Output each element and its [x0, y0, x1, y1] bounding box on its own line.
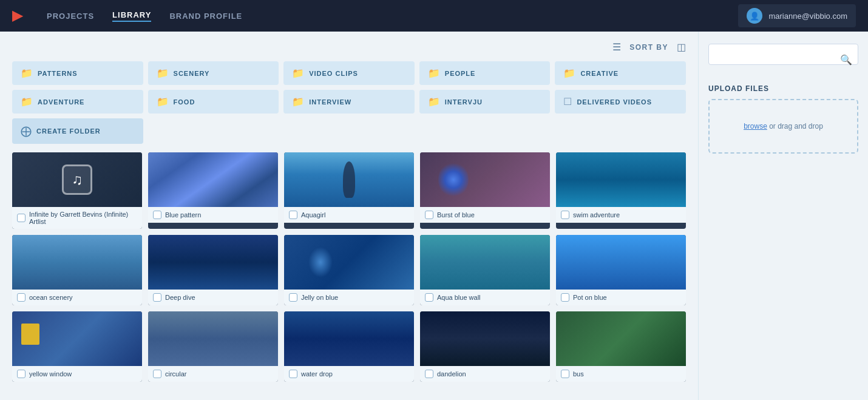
folder-icon: 📁 [157, 96, 169, 107]
media-title: Aquagirl [301, 211, 325, 219]
sort-by-label: SORT BY [629, 43, 668, 52]
main-layout: ☰ SORT BY ◫ 📁 PATTERNS 📁 SCENERY 📁 VIDEO… [0, 32, 868, 400]
folder-label: PATTERNS [38, 70, 78, 77]
media-item[interactable]: swim adventure [556, 152, 686, 229]
folder-icon: 📁 [428, 96, 440, 107]
folder-scenery[interactable]: 📁 SCENERY [148, 61, 279, 85]
folder-label: FOOD [174, 98, 195, 106]
media-item[interactable]: Deep dive [148, 235, 278, 305]
media-checkbox[interactable] [561, 370, 569, 378]
media-title: dandelion [437, 370, 466, 378]
navbar: ▶ PROJECTS LIBRARY BRAND PROFILE 👤 maria… [0, 0, 868, 32]
folder-icon: 📁 [21, 96, 33, 107]
search-input[interactable] [708, 44, 858, 65]
media-item[interactable]: ♫ Infinite by Garrett Bevins (Infinite) … [12, 152, 142, 229]
folder-icon: ☐ [563, 96, 572, 107]
media-item[interactable]: Jelly on blue [284, 235, 414, 305]
user-menu[interactable]: 👤 marianne@vibbio.com [738, 4, 856, 27]
media-item[interactable]: Aqua blue wall [420, 235, 550, 305]
media-checkbox[interactable] [425, 211, 433, 219]
upload-label: UPLOAD FILES [708, 84, 858, 93]
folder-label: INTERVJU [445, 98, 483, 106]
media-checkbox[interactable] [289, 211, 297, 219]
media-item[interactable]: Pot on blue [556, 235, 686, 305]
media-title: Blue pattern [165, 211, 201, 219]
folder-icon: 📁 [157, 67, 169, 79]
media-title: Jelly on blue [301, 294, 338, 301]
music-icon: ♫ [62, 164, 92, 195]
folder-label: VIDEO CLIPS [309, 70, 358, 77]
right-sidebar: 🔍 UPLOAD FILES browse or drag and drop [698, 32, 868, 400]
media-grid: ♫ Infinite by Garrett Bevins (Infinite) … [12, 152, 686, 382]
search-icon[interactable]: 🔍 [840, 53, 852, 65]
nav-library[interactable]: LIBRARY [112, 10, 151, 22]
folder-people[interactable]: 📁 PEOPLE [419, 61, 551, 85]
user-email: marianne@vibbio.com [768, 12, 847, 21]
media-title: ocean scenery [29, 294, 73, 301]
folder-delivered-videos[interactable]: ☐ DELIVERED VIDEOS [555, 90, 686, 114]
folder-patterns[interactable]: 📁 PATTERNS [12, 61, 143, 85]
folders-grid: 📁 PATTERNS 📁 SCENERY 📁 VIDEO CLIPS 📁 PEO… [12, 61, 686, 144]
media-checkbox[interactable] [153, 370, 161, 378]
media-title: water drop [301, 370, 333, 378]
create-folder-button[interactable]: ⨁ CREATE FOLDER [12, 118, 143, 144]
media-checkbox[interactable] [561, 293, 569, 302]
media-item[interactable]: yellow window [12, 311, 142, 382]
media-checkbox[interactable] [561, 211, 569, 219]
media-checkbox[interactable] [17, 293, 25, 302]
media-checkbox[interactable] [425, 370, 433, 378]
media-checkbox[interactable] [153, 211, 161, 219]
upload-zone[interactable]: browse or drag and drop [708, 99, 858, 154]
folder-icon: 📁 [563, 67, 575, 79]
folder-adventure[interactable]: 📁 ADVENTURE [12, 90, 143, 114]
media-item[interactable]: water drop [284, 311, 414, 382]
sort-bar: ☰ SORT BY ◫ [12, 41, 686, 53]
grid-view-icon[interactable]: ◫ [677, 41, 686, 53]
media-checkbox[interactable] [153, 293, 161, 302]
folder-icon: 📁 [292, 96, 304, 107]
media-item[interactable]: Burst of blue [420, 152, 550, 229]
media-item[interactable]: Aquagirl [284, 152, 414, 229]
filter-icon[interactable]: ☰ [612, 41, 621, 53]
media-checkbox[interactable] [425, 293, 433, 302]
folder-icon: 📁 [428, 67, 440, 79]
media-title: yellow window [29, 370, 72, 378]
folder-food[interactable]: 📁 FOOD [148, 90, 279, 114]
media-checkbox[interactable] [289, 370, 297, 378]
media-item[interactable]: dandelion [420, 311, 550, 382]
create-folder-label: CREATE FOLDER [36, 127, 101, 135]
media-title: Burst of blue [437, 211, 475, 219]
media-checkbox[interactable] [289, 293, 297, 302]
media-item[interactable]: bus [556, 311, 686, 382]
media-item[interactable]: ocean scenery [12, 235, 142, 305]
content-area: ☰ SORT BY ◫ 📁 PATTERNS 📁 SCENERY 📁 VIDEO… [0, 32, 698, 400]
upload-text: browse or drag and drop [744, 122, 823, 131]
media-checkbox[interactable] [17, 370, 25, 378]
media-item[interactable]: circular [148, 311, 278, 382]
media-title: Infinite by Garrett Bevins (Infinite) Ar… [29, 211, 137, 225]
folder-label: CREATIVE [580, 70, 619, 77]
folder-interview[interactable]: 📁 INTERVIEW [283, 90, 415, 114]
nav-brand-profile[interactable]: BRAND PROFILE [169, 12, 242, 21]
folder-icon: 📁 [21, 67, 33, 79]
plus-icon: ⨁ [21, 124, 32, 138]
media-title: circular [165, 370, 186, 378]
folder-icon: 📁 [292, 67, 304, 79]
media-checkbox[interactable] [17, 214, 25, 222]
media-title: bus [573, 370, 584, 378]
search-wrapper: 🔍 [708, 44, 858, 75]
avatar: 👤 [747, 8, 762, 24]
folder-label: ADVENTURE [38, 98, 84, 106]
media-title: Pot on blue [573, 294, 607, 301]
logo: ▶ [12, 8, 22, 24]
nav-projects[interactable]: PROJECTS [47, 12, 94, 21]
folder-creative[interactable]: 📁 CREATIVE [555, 61, 686, 85]
folder-label: SCENERY [174, 70, 210, 77]
media-item[interactable]: Blue pattern [148, 152, 278, 229]
folder-video-clips[interactable]: 📁 VIDEO CLIPS [283, 61, 415, 85]
folder-label: INTERVIEW [309, 98, 351, 106]
folder-intervju[interactable]: 📁 INTERVJU [419, 90, 551, 114]
folder-label: PEOPLE [445, 70, 476, 77]
browse-link[interactable]: browse [744, 122, 767, 131]
media-title: Deep dive [165, 294, 195, 301]
